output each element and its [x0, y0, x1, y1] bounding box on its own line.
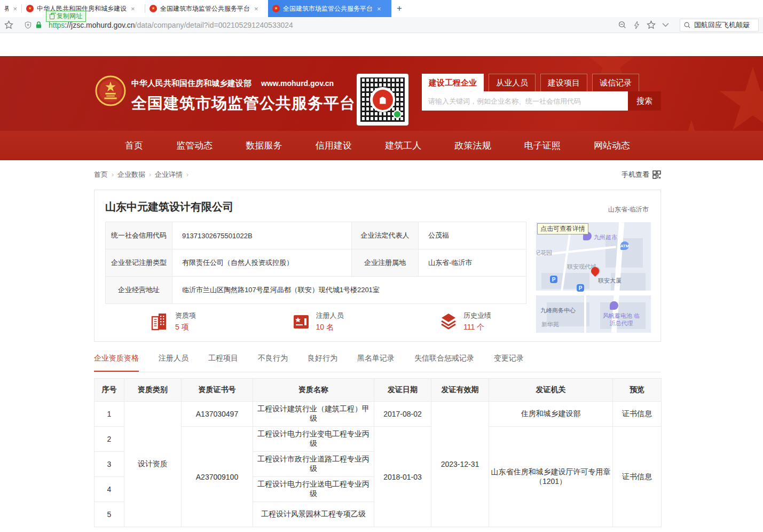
tab-qualifications[interactable]: 企业资质资格 [94, 354, 139, 372]
building-icon [380, 97, 386, 104]
row-no: 1 [95, 402, 124, 427]
nav-item-certificates[interactable]: 电子证照 [524, 139, 561, 152]
tab-close-icon[interactable]: × [254, 5, 258, 13]
legal-rep-value: 公茂福 [419, 222, 526, 249]
search-button[interactable]: 搜索 [628, 91, 661, 111]
emblem-favicon-icon: ★ [26, 5, 34, 12]
company-location-map[interactable]: 九州超市 ATM 纪花园 联安现代城 P P 联安大厦 九峰商务中心 新华苑 风… [536, 222, 651, 333]
breadcrumb-company-data[interactable]: 企业数据 [117, 170, 145, 179]
ministry-url: www.mohurd.gov.cn [261, 79, 334, 88]
row-no: 2 [95, 427, 124, 452]
keyword-search-input[interactable] [422, 91, 628, 111]
col-no: 序号 [95, 379, 124, 402]
company-stats: 资质项 5 项 注册人员 10 名 历史业绩 [105, 311, 526, 332]
nav-item-data-service[interactable]: 数据服务 [246, 139, 282, 152]
nav-item-supervision[interactable]: 监管动态 [176, 139, 213, 152]
company-detail-card: 山东中元建筑设计有限公司 山东省-临沂市 统一社会信用代码 9137130267… [94, 190, 661, 342]
row-no: 4 [95, 477, 124, 502]
qr-code [357, 74, 408, 126]
tab-close-icon[interactable]: × [377, 5, 381, 13]
browser-tab-jzsc-1[interactable]: ★ 全国建筑市场监管公共服务平台 × [145, 0, 268, 17]
zoom-out-icon[interactable] [618, 20, 627, 29]
url-field[interactable]: https://jzsc.mohurd.gov.cn/data/company/… [49, 21, 615, 29]
stat-historical-performance[interactable]: 历史业绩 111 个 [439, 311, 491, 332]
certificate-info-link[interactable]: 证书信息 [613, 402, 662, 427]
favorite-star-icon[interactable] [647, 20, 656, 29]
company-region: 山东省-临沂市 [608, 205, 649, 214]
col-cert-no: 资质证书号 [182, 379, 253, 402]
stat-qualifications[interactable]: 资质项 5 项 [151, 311, 196, 332]
row-no: 3 [95, 452, 124, 477]
bookmark-star-icon[interactable] [4, 20, 13, 29]
tab-registered-personnel[interactable]: 注册人员 [159, 354, 188, 372]
col-issue-date: 发证日期 [374, 379, 431, 402]
nav-item-policy[interactable]: 政策法规 [454, 139, 491, 152]
layers-icon [439, 312, 458, 331]
parking-marker-icon: P [550, 276, 557, 283]
chevron-down-icon[interactable] [662, 22, 669, 27]
search-tab-project[interactable]: 建设项目 [540, 74, 587, 91]
breadcrumb-home[interactable]: 首页 [94, 170, 108, 179]
mobile-view[interactable]: 手机查看 [622, 170, 661, 179]
qual-name: 工程设计建筑行业（建筑工程）甲级 [253, 402, 374, 427]
browser-tab-jzsc-active[interactable]: ★ 全国建筑市场监管公共服务平台 × [268, 0, 391, 17]
breadcrumb: 首页 › 企业数据 › 企业详情 › 手机查看 [94, 169, 661, 181]
site-title: 全国建筑市场监管公共服务平台 [131, 93, 356, 114]
company-info-table: 统一社会信用代码 91371302675501022B 企业法定代表人 公茂福 … [105, 222, 526, 304]
qr-pattern [360, 77, 405, 122]
header-search-panel: 建设工程企业 从业人员 建设项目 诚信记录 搜索 [422, 74, 661, 111]
qr-mini-icon [652, 170, 661, 179]
reg-region-value: 山东省-临沂市 [419, 249, 526, 277]
table-row: 1 设计资质 A137030497 工程设计建筑行业（建筑工程）甲级 2017-… [95, 402, 662, 427]
atm-marker-icon: ATM [620, 241, 629, 250]
lightning-icon[interactable] [633, 21, 640, 29]
search-tab-enterprise[interactable]: 建设工程企业 [422, 74, 484, 91]
search-tab-personnel[interactable]: 从业人员 [489, 74, 536, 91]
reg-type-label: 企业登记注册类型 [106, 249, 172, 277]
tab-blacklist[interactable]: 黑名单记录 [357, 354, 395, 372]
stat-registered-personnel[interactable]: 注册人员 10 名 [292, 311, 344, 332]
building-icon [151, 312, 170, 331]
shop-marker-icon [610, 301, 618, 310]
issue-date: 2017-08-02 [374, 402, 431, 427]
browser-tab-partial[interactable]: 界 × [0, 0, 21, 17]
tab-close-icon[interactable]: × [13, 5, 17, 13]
nav-item-workers[interactable]: 建筑工人 [385, 139, 421, 152]
tab-projects[interactable]: 工程项目 [208, 354, 238, 372]
address-value: 临沂市兰山区陶然路107号星河晶都（联安）现代城1号楼2201室 [172, 277, 526, 304]
qual-name: 工程设计电力行业送电工程专业丙级 [253, 477, 374, 502]
breadcrumb-company-detail: 企业详情 [155, 170, 183, 179]
emblem-favicon-icon: ★ [272, 5, 280, 12]
reg-region-label: 企业注册属地 [352, 249, 419, 277]
hot-search-box[interactable]: 国航回应飞机颠簸 [680, 19, 759, 32]
parking-marker-icon: P [577, 284, 584, 292]
tab-good-behavior[interactable]: 良好行为 [308, 354, 337, 372]
nav-item-home[interactable]: 首页 [125, 139, 143, 152]
row-no: 5 [95, 502, 124, 527]
nav-item-site-news[interactable]: 网站动态 [594, 139, 630, 152]
address-label: 企业经营地址 [106, 277, 172, 304]
new-tab-button[interactable]: + [391, 0, 407, 17]
browser-address-bar: https://jzsc.mohurd.gov.cn/data/company/… [0, 17, 763, 33]
certificate-info-link[interactable]: 证书信息 [613, 427, 662, 527]
tab-change-records[interactable]: 变更记录 [494, 354, 524, 372]
authority: 山东省住房和城乡建设厅许可专用章（1201） [489, 427, 613, 527]
credit-code-value: 91371302675501022B [172, 222, 352, 249]
company-name: 山东中元建筑设计有限公司 [105, 200, 650, 214]
shield-plus-icon[interactable] [24, 21, 32, 29]
map-label: 联安大厦 [598, 277, 622, 285]
ministry-line: 中华人民共和国住房和城乡建设部www.mohurd.gov.cn [131, 79, 356, 89]
map-label: 风帆蓄电池 临沂总代理 [601, 312, 641, 327]
tab-close-icon[interactable]: × [131, 5, 135, 13]
tab-bad-behavior[interactable]: 不良行为 [258, 354, 288, 372]
main-navigation: 首页 监管动态 数据服务 信用建设 建筑工人 政策法规 电子证照 网站动态 [0, 131, 763, 160]
copy-url-tooltip: 复制网址 [46, 11, 86, 22]
search-tab-credit[interactable]: 诚信记录 [592, 74, 639, 91]
nav-item-credit[interactable]: 信用建设 [316, 139, 352, 152]
authority: 住房和城乡建设部 [489, 402, 613, 427]
qualification-table: 序号 资质类别 资质证书号 资质名称 发证日期 发证有效期 发证机关 预览 1 … [94, 378, 662, 527]
tab-dishonesty-records[interactable]: 失信联合惩戒记录 [414, 354, 474, 372]
certificate-icon [292, 312, 311, 331]
col-qual-name: 资质名称 [253, 379, 374, 402]
browser-tab-bar: 界 × ★ 中华人民共和国住房和城乡建设 × ★ 全国建筑市场监管公共服务平台 … [0, 0, 763, 17]
